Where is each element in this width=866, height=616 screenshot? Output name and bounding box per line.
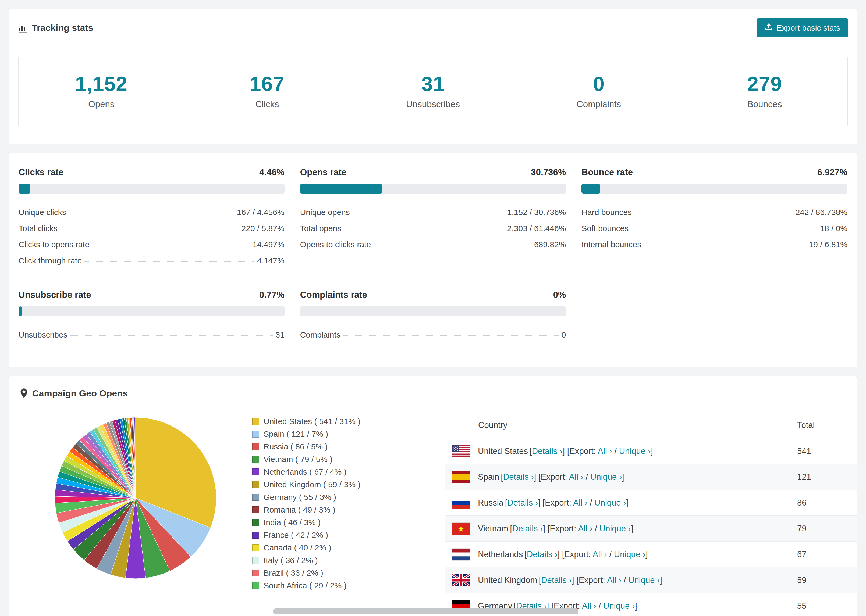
export-unique-link[interactable]: Unique › xyxy=(603,601,635,611)
rate-row: Unique opens 1,152 / 30.736% xyxy=(300,204,566,220)
page-title: Tracking stats xyxy=(32,23,93,33)
rate-row-value: 19 / 6.81% xyxy=(809,240,847,249)
export-all-link[interactable]: All › xyxy=(598,446,612,456)
details-link[interactable]: Details › xyxy=(507,498,538,508)
rate-progress-bar xyxy=(581,184,847,193)
legend-swatch xyxy=(252,544,259,551)
rate-row: Internal bounces 19 / 6.81% xyxy=(581,237,847,253)
legend-swatch xyxy=(252,481,259,488)
legend-item: Vietnam ( 79 / 5% ) xyxy=(252,455,445,464)
rate-progress-bar xyxy=(19,184,285,193)
geo-table: Country Total United States[Details ›] [… xyxy=(445,412,857,616)
export-prefix: [Export: xyxy=(542,498,571,508)
bracket-close: ] xyxy=(622,472,624,482)
rate-value: 0% xyxy=(553,290,566,300)
stat-box: 31 Unsubscribes xyxy=(350,57,516,126)
flag-vn-icon xyxy=(452,523,470,534)
rate-head: Unsubscribe rate 0.77% xyxy=(19,290,285,300)
rate-title: Clicks rate xyxy=(19,167,63,178)
table-row: Russia[Details ›] [Export: All › / Uniqu… xyxy=(445,490,857,516)
rate-row: Hard bounces 242 / 86.738% xyxy=(581,204,847,220)
rate-head: Bounce rate 6.927% xyxy=(581,167,847,178)
export-all-link[interactable]: All › xyxy=(573,498,587,508)
separator-slash: / xyxy=(614,446,617,456)
dotted-leader xyxy=(644,245,806,245)
tracking-stats-card: Tracking stats Export basic stats 1,152 … xyxy=(9,9,857,144)
dotted-leader xyxy=(60,229,239,229)
export-button-label: Export basic stats xyxy=(776,24,840,33)
rate-row-value: 18 / 0% xyxy=(820,224,847,233)
export-all-link[interactable]: All › xyxy=(569,472,583,482)
legend-label: South Africa ( 29 / 2% ) xyxy=(264,581,346,590)
rate-head: Clicks rate 4.46% xyxy=(19,167,285,178)
stat-value: 167 xyxy=(184,72,350,96)
bracket-close: ] xyxy=(631,524,633,533)
export-unique-link[interactable]: Unique › xyxy=(619,446,650,456)
legend-label: Netherlands ( 67 / 4% ) xyxy=(264,467,346,476)
stat-box: 167 Clicks xyxy=(184,57,350,126)
bracket-open: [ xyxy=(529,446,532,456)
rate-rows: Complaints 0 xyxy=(300,327,566,343)
rate-progress-bar xyxy=(300,184,566,193)
export-all-link[interactable]: All › xyxy=(607,575,621,585)
rate-title: Bounce rate xyxy=(581,167,633,178)
export-unique-link[interactable]: Unique › xyxy=(600,524,631,533)
stat-label: Opens xyxy=(19,99,184,109)
rate-rows: Hard bounces 242 / 86.738% Soft bounces … xyxy=(581,204,847,253)
dotted-leader xyxy=(373,245,531,245)
legend-label: France ( 42 / 2% ) xyxy=(264,531,328,540)
details-link[interactable]: Details › xyxy=(512,524,543,533)
export-all-link[interactable]: All › xyxy=(578,524,592,533)
separator-slash: / xyxy=(590,498,592,508)
details-link[interactable]: Details › xyxy=(541,575,572,585)
rate-row-value: 14.497% xyxy=(252,240,284,249)
country-name: United Kingdom xyxy=(478,575,537,585)
export-unique-link[interactable]: Unique › xyxy=(590,472,622,482)
legend-swatch xyxy=(252,443,259,450)
rate-row: Click through rate 4.147% xyxy=(19,253,285,269)
rate-progress-fill xyxy=(19,306,22,316)
country-total: 79 xyxy=(797,524,857,533)
bracket-close: ] xyxy=(650,446,653,456)
geo-opens-header: Campaign Geo Opens xyxy=(9,388,857,399)
country-total: 59 xyxy=(797,575,857,585)
dotted-leader xyxy=(85,261,254,261)
export-all-link[interactable]: All › xyxy=(582,601,596,611)
details-link[interactable]: Details › xyxy=(503,472,534,482)
export-all-link[interactable]: All › xyxy=(592,550,607,559)
export-basic-stats-button[interactable]: Export basic stats xyxy=(757,18,848,37)
rate-row-label: Complaints xyxy=(300,330,340,339)
rate-value: 0.77% xyxy=(259,290,285,300)
legend-item: Brazil ( 33 / 2% ) xyxy=(252,569,445,578)
export-unique-link[interactable]: Unique › xyxy=(628,575,660,585)
rate-rows: Unsubscribes 31 xyxy=(19,327,285,343)
stat-label: Complaints xyxy=(516,99,682,109)
rate-row-label: Soft bounces xyxy=(581,224,628,233)
details-link[interactable]: Details › xyxy=(532,446,563,456)
stat-label: Bounces xyxy=(682,99,847,109)
bracket-close: ] xyxy=(557,550,560,559)
rate-row: Soft bounces 18 / 0% xyxy=(581,220,847,237)
legend-swatch xyxy=(252,582,259,589)
separator-slash: / xyxy=(609,550,612,559)
dotted-leader xyxy=(69,212,234,213)
stat-box: 1,152 Opens xyxy=(18,57,184,126)
details-link[interactable]: Details › xyxy=(527,550,557,559)
legend-label: Germany ( 55 / 3% ) xyxy=(264,493,336,502)
table-row: Vietnam[Details ›] [Export: All › / Uniq… xyxy=(445,516,857,542)
horizontal-scrollbar-thumb[interactable] xyxy=(273,608,578,614)
separator-slash: / xyxy=(586,472,588,482)
rate-row: Unsubscribes 31 xyxy=(19,327,285,343)
bracket-open: [ xyxy=(501,472,503,482)
stat-value: 279 xyxy=(682,72,847,96)
bracket-close: ] xyxy=(572,575,574,585)
export-unique-link[interactable]: Unique › xyxy=(594,498,626,508)
legend-swatch xyxy=(252,519,259,526)
legend-swatch xyxy=(252,506,259,513)
legend-item: Spain ( 121 / 7% ) xyxy=(252,429,445,438)
rate-row-value: 220 / 5.87% xyxy=(241,224,285,233)
country-name: Russia xyxy=(478,498,504,508)
geo-pie-wrap xyxy=(19,412,252,584)
column-header-total: Total xyxy=(797,420,857,430)
export-unique-link[interactable]: Unique › xyxy=(614,550,646,559)
